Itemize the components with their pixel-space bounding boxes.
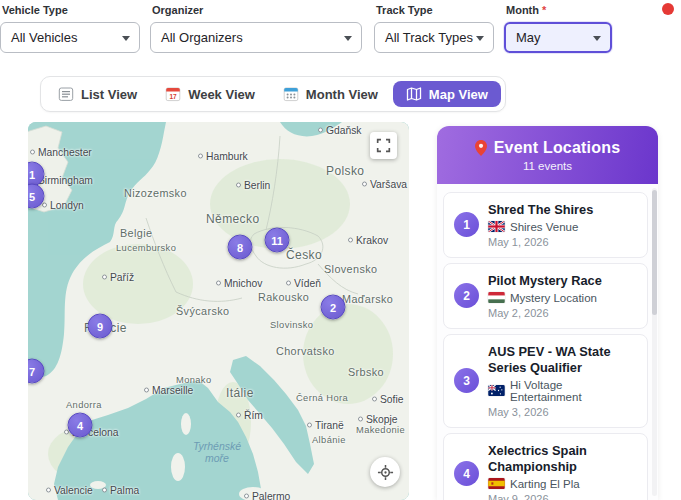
event-venue-row: Karting El Pla	[488, 478, 637, 490]
map-label-country: Česko	[286, 248, 322, 262]
selected-value: All Track Types	[385, 30, 473, 45]
map-marker-8[interactable]: 8	[228, 235, 253, 260]
map-label-water: Tyrhénské moře	[188, 440, 246, 464]
fullscreen-icon	[376, 138, 391, 153]
flag-icon-es	[488, 478, 505, 489]
map-label-country: Belgie	[120, 227, 152, 239]
selected-value: All Organizers	[161, 30, 243, 45]
city-dot-icon	[348, 238, 353, 243]
selected-value: May	[516, 30, 541, 45]
map-label-country: Nizozemsko	[124, 187, 187, 199]
event-venue-row: Mystery Location	[488, 292, 602, 304]
chevron-down-icon	[122, 36, 130, 41]
map-label-city: Krakov	[348, 235, 388, 246]
city-dot-icon	[42, 203, 47, 208]
city-dot-icon	[216, 281, 221, 286]
event-venue: Karting El Pla	[510, 478, 580, 490]
svg-text:17: 17	[170, 93, 178, 100]
map-label-country: Itálie	[226, 386, 254, 400]
map-label-country: Makedonie	[356, 425, 405, 435]
event-venue-row: Hi Voltage Entertainment	[488, 379, 637, 403]
notification-dot	[662, 3, 674, 15]
map-label-city: Marseille	[144, 385, 193, 396]
panel-scrollbar[interactable]	[652, 188, 657, 496]
city-dot-icon	[286, 281, 291, 286]
event-list-item[interactable]: 1 Shred The Shires Shires Venue May 1, 2…	[443, 192, 648, 258]
city-dot-icon	[372, 397, 377, 402]
event-date: May 3, 2026	[488, 406, 637, 418]
flag-icon-hu	[488, 292, 505, 303]
event-list[interactable]: 1 Shred The Shires Shires Venue May 1, 2…	[437, 184, 658, 500]
event-list-item[interactable]: 4 Xelectrics Spain Championship Karting …	[443, 433, 648, 500]
map-icon	[406, 86, 422, 102]
map-label-country: Polsko	[326, 164, 364, 178]
map-label-city: Mnichov	[216, 278, 262, 289]
view-button-month-view[interactable]: Month View	[270, 81, 391, 107]
chevron-down-icon	[593, 36, 601, 41]
city-dot-icon	[307, 423, 312, 428]
panel-title: Event Locations	[494, 139, 621, 157]
calendar-week-icon: 17	[165, 86, 181, 102]
map-label-city: Manchester	[30, 147, 92, 158]
map-label-country: Slovensko	[324, 263, 377, 275]
filter-select[interactable]: All Vehicles	[0, 22, 140, 53]
filter-select[interactable]: All Track Types	[374, 22, 494, 53]
event-locations-panel: Event Locations 11 events 1 Shred The Sh…	[437, 126, 658, 500]
view-button-map-view[interactable]: Map View	[393, 81, 501, 107]
filter-label: Organizer	[152, 4, 362, 16]
filter-select[interactable]: All Organizers	[150, 22, 362, 53]
map[interactable]: GdaňskHamburkManchesterBirminghamBerlinV…	[28, 122, 409, 500]
view-button-list-view[interactable]: List View	[45, 81, 150, 107]
city-dot-icon	[236, 183, 241, 188]
event-list-item[interactable]: 2 Pilot Mystery Race Mystery Location Ma…	[443, 263, 648, 329]
map-label-city: Tiranë	[307, 420, 344, 431]
map-label-city: Londyn	[42, 200, 84, 211]
map-marker-11[interactable]: 11	[265, 228, 290, 253]
chevron-down-icon	[344, 36, 352, 41]
map-label-city: Řím	[236, 410, 263, 421]
city-dot-icon	[144, 388, 149, 393]
chevron-down-icon	[476, 36, 484, 41]
city-dot-icon	[30, 150, 35, 155]
map-label-country: Srbsko	[348, 366, 384, 378]
map-label-city: Vídeň	[286, 278, 321, 289]
event-list-item[interactable]: 3 AUS PEV - WA State Series Qualifier Hi…	[443, 334, 648, 428]
event-venue-row: Shires Venue	[488, 221, 593, 233]
event-number-badge: 1	[454, 212, 479, 237]
map-marker-2[interactable]: 2	[321, 295, 346, 320]
city-dot-icon	[236, 413, 241, 418]
event-title: Pilot Mystery Race	[488, 273, 602, 289]
event-venue: Shires Venue	[510, 221, 578, 233]
map-label-city: Paříž	[102, 272, 134, 283]
view-button-week-view[interactable]: 17 Week View	[152, 81, 268, 107]
filter-group-track-type: Track Type All Track Types	[374, 4, 494, 53]
event-number-badge: 4	[454, 461, 479, 486]
filter-label: Vehicle Type	[2, 4, 140, 16]
filter-group-organizer: Organizer All Organizers	[150, 4, 362, 53]
filter-select[interactable]: May	[504, 22, 612, 53]
map-label-city: Hamburk	[198, 151, 248, 162]
filter-label: Track Type	[376, 4, 494, 16]
locate-icon	[377, 464, 394, 481]
filter-group-month: Month* May	[504, 4, 612, 53]
map-label-city: Palma	[102, 485, 139, 496]
map-label-country: Rakousko	[258, 291, 309, 303]
map-label-country: Švýcarsko	[176, 305, 229, 317]
event-venue: Mystery Location	[510, 292, 597, 304]
scrollbar-thumb[interactable]	[652, 190, 657, 315]
map-label-country: Maďarsko	[342, 293, 393, 305]
city-dot-icon	[244, 494, 249, 499]
event-title: AUS PEV - WA State Series Qualifier	[488, 344, 637, 376]
panel-header: Event Locations 11 events	[437, 126, 658, 184]
map-label-city: Berlin	[236, 180, 270, 191]
map-marker-9[interactable]: 9	[88, 314, 113, 339]
event-number-badge: 2	[454, 283, 479, 308]
map-label-city: Skopje	[358, 414, 397, 425]
event-title: Shred The Shires	[488, 202, 593, 218]
view-toggle: List View 17 Week View Month View Map Vi…	[40, 76, 506, 112]
event-title: Xelectrics Spain Championship	[488, 443, 637, 475]
pin-icon	[475, 140, 487, 156]
fullscreen-button[interactable]	[370, 132, 397, 159]
map-marker-4[interactable]: 4	[68, 413, 93, 438]
locate-button[interactable]	[370, 457, 400, 487]
